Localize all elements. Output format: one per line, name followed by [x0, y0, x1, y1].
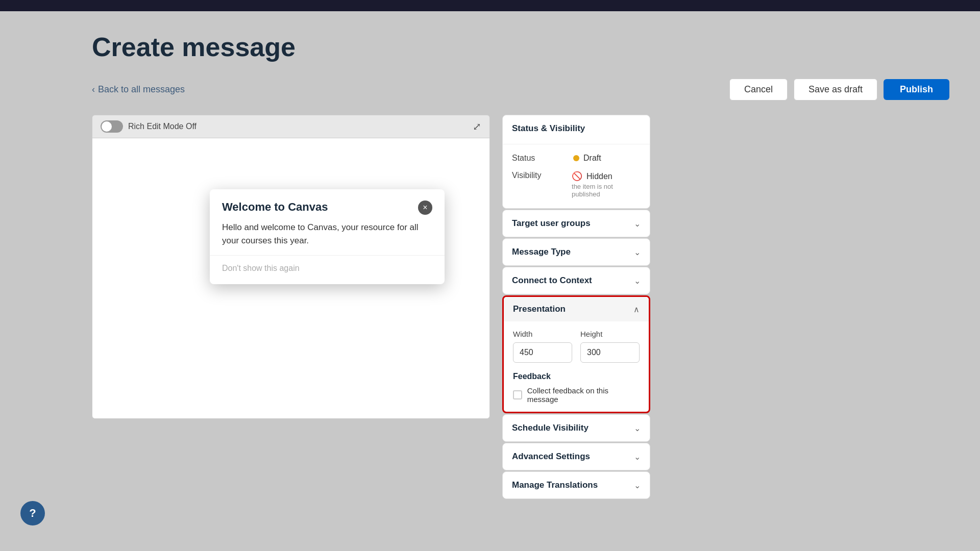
feedback-section-title: Feedback — [513, 372, 640, 381]
chevron-left-icon: ‹ — [92, 84, 95, 95]
status-dot-icon — [573, 155, 579, 161]
manage-translations-label: Manage Translations — [512, 480, 598, 490]
toggle-switch[interactable] — [101, 120, 123, 133]
status-text: Draft — [583, 154, 601, 163]
visibility-value-group: 🚫 Hidden the item is not published — [572, 171, 641, 198]
header-buttons: Cancel Save as draft Publish — [729, 79, 949, 101]
top-bar — [0, 0, 980, 11]
popup-footer-text[interactable]: Don't show this again — [222, 264, 300, 272]
popup-close-button[interactable]: × — [418, 201, 432, 215]
height-input[interactable] — [580, 342, 640, 363]
visibility-row: Visibility 🚫 Hidden the item is not publ… — [503, 167, 650, 202]
width-group: Width — [513, 330, 572, 363]
preview-popup: Welcome to Canvas × Hello and welcome to… — [210, 189, 445, 284]
editor-toolbar: Rich Edit Mode Off ⤢ — [92, 115, 490, 138]
page-title: Create message — [92, 32, 949, 62]
height-label: Height — [580, 330, 640, 338]
publish-button[interactable]: Publish — [884, 79, 949, 100]
visibility-icon: 🚫 — [572, 171, 582, 182]
target-user-groups-section: Target user groups ⌄ — [502, 210, 650, 237]
editor-body[interactable]: Welcome to Canvas × Hello and welcome to… — [92, 138, 490, 419]
visibility-sub-text: the item is not published — [572, 183, 641, 198]
rich-edit-toggle[interactable]: Rich Edit Mode Off — [101, 120, 197, 133]
main-content: Rich Edit Mode Off ⤢ Welcome to Canvas ×… — [92, 115, 949, 500]
chevron-down-icon-1: ⌄ — [634, 247, 641, 257]
chevron-down-icon-5: ⌄ — [634, 481, 641, 490]
feedback-checkbox-label: Collect feedback on this message — [527, 386, 640, 404]
advanced-settings-section: Advanced Settings ⌄ — [502, 443, 650, 470]
rich-edit-label: Rich Edit Mode Off — [128, 122, 197, 131]
presentation-body: Width Height Feedback Collect feedback o… — [504, 321, 649, 412]
connect-to-context-label: Connect to Context — [512, 276, 592, 286]
chevron-down-icon-0: ⌄ — [634, 219, 641, 229]
expand-icon[interactable]: ⤢ — [473, 120, 481, 133]
chevron-down-icon-4: ⌄ — [634, 452, 641, 462]
popup-header: Welcome to Canvas × — [210, 189, 445, 221]
status-label: Status — [512, 154, 553, 163]
popup-title: Welcome to Canvas — [222, 201, 328, 214]
chevron-up-icon: ∧ — [633, 305, 640, 314]
feedback-checkbox[interactable] — [513, 390, 522, 399]
advanced-settings-label: Advanced Settings — [512, 452, 590, 462]
message-type-header[interactable]: Message Type ⌄ — [503, 239, 650, 265]
target-user-groups-label: Target user groups — [512, 218, 591, 229]
chevron-down-icon-3: ⌄ — [634, 423, 641, 433]
target-user-groups-header[interactable]: Target user groups ⌄ — [503, 210, 650, 237]
header-row: ‹ Back to all messages Cancel Save as dr… — [92, 79, 949, 101]
status-visibility-section: Status & Visibility Status Draft Visibil… — [502, 115, 650, 209]
popup-body: Hello and welcome to Canvas, your resour… — [210, 221, 445, 255]
visibility-label: Visibility — [512, 171, 551, 180]
message-type-label: Message Type — [512, 247, 571, 257]
editor-area: Rich Edit Mode Off ⤢ Welcome to Canvas ×… — [92, 115, 490, 500]
chevron-down-icon-2: ⌄ — [634, 276, 641, 286]
presentation-header[interactable]: Presentation ∧ — [504, 297, 649, 321]
advanced-settings-header[interactable]: Advanced Settings ⌄ — [503, 443, 650, 470]
connect-to-context-header[interactable]: Connect to Context ⌄ — [503, 267, 650, 294]
sidebar: Status & Visibility Status Draft Visibil… — [502, 115, 650, 500]
height-group: Height — [580, 330, 640, 363]
connect-to-context-section: Connect to Context ⌄ — [502, 267, 650, 294]
schedule-visibility-section: Schedule Visibility ⌄ — [502, 414, 650, 442]
presentation-section: Presentation ∧ Width Height Fe — [502, 295, 650, 413]
status-visibility-title: Status & Visibility — [503, 115, 650, 139]
popup-footer: Don't show this again — [210, 255, 445, 284]
visibility-text: Hidden — [586, 172, 612, 181]
message-type-section: Message Type ⌄ — [502, 238, 650, 266]
width-label: Width — [513, 330, 572, 338]
schedule-visibility-header[interactable]: Schedule Visibility ⌄ — [503, 415, 650, 441]
help-button[interactable]: ? — [20, 501, 45, 525]
dimensions-row: Width Height — [513, 330, 640, 363]
schedule-visibility-label: Schedule Visibility — [512, 423, 589, 433]
save-draft-button[interactable]: Save as draft — [794, 79, 877, 101]
status-row: Status Draft — [503, 149, 650, 167]
status-value: Draft — [573, 154, 601, 163]
width-input[interactable] — [513, 342, 572, 363]
back-link[interactable]: ‹ Back to all messages — [92, 84, 185, 95]
manage-translations-header[interactable]: Manage Translations ⌄ — [503, 472, 650, 498]
visibility-value: 🚫 Hidden — [572, 171, 641, 182]
feedback-checkbox-row: Collect feedback on this message — [513, 386, 640, 404]
back-link-label: Back to all messages — [98, 84, 185, 95]
presentation-title: Presentation — [513, 304, 566, 314]
manage-translations-section: Manage Translations ⌄ — [502, 471, 650, 499]
cancel-button[interactable]: Cancel — [729, 79, 788, 101]
